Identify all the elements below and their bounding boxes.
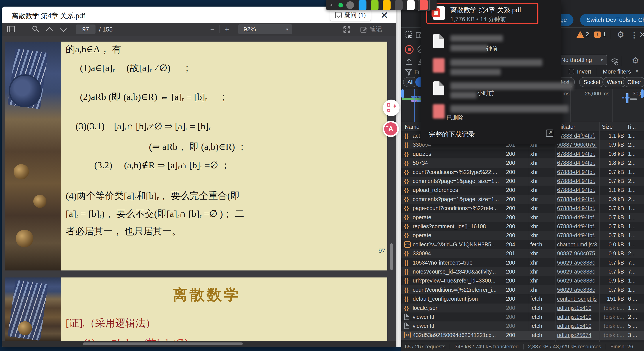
table-row[interactable]: {}operate200xhr67888-d4f94fbf.0.7 kB1...: [401, 213, 644, 222]
throttling-select[interactable]: No throttling ▼: [557, 55, 607, 65]
request-initiator-link[interactable]: 67888-d4f94fbf.: [557, 223, 598, 230]
request-initiator-link[interactable]: pdf.mjs:25674: [557, 332, 598, 338]
table-row[interactable]: {}page-count?conditions={%22refe...200xh…: [401, 204, 644, 213]
request-initiator-link[interactable]: 67888-d4f94fbf.: [557, 151, 598, 157]
invert-checkbox[interactable]: [569, 69, 574, 74]
request-initiator-link[interactable]: 67888-d4f94fbf.: [557, 205, 598, 211]
fullscreen-icon[interactable]: [342, 25, 351, 34]
request-name[interactable]: page-count?conditions={%22refe...: [413, 205, 501, 211]
request-name[interactable]: 50734: [413, 160, 501, 166]
devtools-close-icon[interactable]: ✕: [639, 30, 644, 39]
record-network-log-icon[interactable]: [405, 45, 414, 54]
zoom-in-button[interactable]: +: [225, 25, 229, 33]
table-row[interactable]: {}notes?course_id=28490&activity...200xh…: [401, 267, 644, 276]
request-name[interactable]: collect?v=2&tid=G-VJQNNH3B5...: [413, 241, 501, 248]
request-name[interactable]: viewer.ftl: [413, 314, 501, 320]
request-name[interactable]: comments?page=1&page_size=1...: [413, 196, 501, 202]
request-name[interactable]: url?preview=true&refer_id=3300...: [413, 278, 501, 284]
table-row[interactable]: {}url?preview=true&refer_id=3300...200xh…: [401, 276, 644, 285]
table-row[interactable]: viewer.ftl200fetchpdf.mjs:15410(disk c..…: [401, 322, 644, 331]
zoom-out-button[interactable]: −: [210, 25, 215, 33]
request-name[interactable]: operate: [413, 232, 501, 239]
table-row[interactable]: {}replies?comment_ids[]=16108200xhr67888…: [401, 222, 644, 231]
column-header-time[interactable]: Ti...: [627, 124, 636, 130]
color-swatch[interactable]: [371, 0, 378, 10]
overview-left-handle[interactable]: [401, 89, 404, 98]
network-conditions-icon[interactable]: [610, 56, 620, 66]
table-row[interactable]: {}upload_references200xhr67888-d4f94fbf.…: [401, 186, 644, 195]
sidebar-toggle-icon[interactable]: [7, 26, 15, 32]
download-list-item[interactable]: [420, 103, 561, 127]
more-options-icon[interactable]: ⋮: [630, 31, 638, 39]
request-initiator-link[interactable]: 56029-a5e838c: [557, 287, 598, 293]
scrollbar-thumb[interactable]: [83, 343, 243, 345]
request-name[interactable]: notes?course_id=28490&activity...: [413, 269, 501, 275]
download-list-item[interactable]: [420, 57, 561, 81]
switch-language-button[interactable]: Switch DevTools to Chi: [580, 14, 644, 26]
issues-icon[interactable]: [594, 31, 601, 38]
request-name[interactable]: 432d53a92150094d62041221cc...: [413, 332, 501, 338]
search-icon[interactable]: [32, 26, 37, 31]
pdf-vertical-scrollbar[interactable]: [390, 243, 393, 270]
request-initiator-link[interactable]: 67888-d4f94fbf.: [557, 196, 598, 202]
active-color-dot[interactable]: [338, 3, 343, 7]
request-initiator-link[interactable]: chatbot.umd.js:3: [557, 241, 598, 248]
external-link-icon[interactable]: [546, 130, 553, 137]
table-row[interactable]: <>432d53a92150094d62041221cc...200fetchp…: [401, 331, 644, 340]
request-initiator-link[interactable]: 67888-d4f94fbf.: [557, 214, 598, 221]
request-initiator-link[interactable]: 56029-a5e838c: [557, 260, 598, 266]
page-number-input[interactable]: 97: [76, 24, 96, 34]
request-name[interactable]: count?conditions={%22referrer_i...: [413, 287, 501, 293]
request-initiator-link[interactable]: 67888-d4f94fbf.: [557, 178, 598, 184]
request-name[interactable]: default_config.content.json: [413, 296, 501, 302]
notes-button[interactable]: 笔记: [360, 25, 382, 34]
table-row[interactable]: {}comments?page=1&page_size=1...200xhr67…: [401, 177, 644, 186]
settings-gear-icon[interactable]: ⚙: [617, 30, 624, 39]
request-name[interactable]: 330094: [413, 250, 501, 257]
request-initiator-link[interactable]: 56029-a5e838c: [557, 269, 598, 275]
table-row[interactable]: {}50734200xhr67888-d4f94fbf.1.8 kB2...: [401, 158, 644, 167]
zoom-level-select[interactable]: 92% ▾: [238, 24, 292, 34]
filter-chip-socket[interactable]: Socket: [579, 77, 604, 87]
color-swatch[interactable]: [358, 0, 366, 10]
table-row[interactable]: {}locale.json200fetchpdf.mjs:15410(disk …: [401, 304, 644, 313]
tool-circle[interactable]: [346, 1, 354, 9]
request-name[interactable]: count?conditions={%22type%22:...: [413, 169, 501, 175]
table-row[interactable]: {}default_config.content.json200fetchcon…: [401, 294, 644, 303]
filter-chip-other[interactable]: Other: [623, 77, 644, 87]
overview-right-handle[interactable]: [641, 89, 644, 98]
quick-actions-floating-button[interactable]: ✦: [383, 100, 400, 116]
column-header-size[interactable]: Size: [602, 124, 613, 130]
color-swatch[interactable]: [395, 0, 402, 10]
request-name[interactable]: operate: [413, 214, 501, 221]
request-initiator-link[interactable]: 90887-960c075.: [557, 142, 598, 148]
more-filters-button[interactable]: More filters: [603, 68, 631, 75]
close-icon[interactable]: ✕: [380, 10, 388, 21]
table-row[interactable]: {}330094201xhr90887-960c075.0.9 kB2...: [401, 249, 644, 258]
full-download-history-link[interactable]: 完整的下载记录: [429, 130, 475, 139]
request-initiator-link[interactable]: 67888-d4f94fbf.: [557, 232, 598, 239]
table-row[interactable]: <>collect?v=2&tid=G-VJQNNH3B5...204fetch…: [401, 240, 644, 249]
table-row[interactable]: {}count?conditions={%22type%22:...200xhr…: [401, 168, 644, 177]
table-row[interactable]: {}operate200xhr67888-d4f94fbf.0.7 kB1...: [401, 231, 644, 240]
import-har-icon[interactable]: [405, 57, 413, 66]
request-initiator-link[interactable]: 67888-d4f94fbf.: [557, 169, 598, 175]
request-initiator-link[interactable]: pdf.mjs:15410: [557, 323, 598, 329]
request-name[interactable]: comments?page=1&page_size=1...: [413, 178, 501, 184]
question-button[interactable]: 疑问 (1): [330, 9, 371, 21]
request-initiator-link[interactable]: content_script.js: [557, 296, 598, 302]
pdf-content-area[interactable]: 的a,b∈A， 有(1)a∈[a]ᵣ (故[a]ᵣ ≠∅) ；(2)aRb (即…: [2, 35, 396, 341]
request-initiator-link[interactable]: 67888-d4f94fbf.: [557, 187, 598, 193]
request-name[interactable]: upload_references: [413, 187, 501, 193]
table-row[interactable]: {}comments?page=1&page_size=1...200xhr67…: [401, 195, 644, 204]
warning-icon[interactable]: !: [576, 31, 584, 38]
color-swatch[interactable]: [407, 0, 415, 10]
table-row[interactable]: {}count?conditions={%22referrer_i...200x…: [401, 285, 644, 294]
request-name[interactable]: viewer.ftl: [413, 323, 501, 329]
request-name[interactable]: locale.json: [413, 305, 501, 311]
request-initiator-link[interactable]: 90887-960c075.: [557, 250, 598, 257]
request-initiator-link[interactable]: pdf.mjs:15410: [557, 314, 598, 320]
request-name[interactable]: 10534?no-intercept=true: [413, 260, 501, 266]
color-swatch[interactable]: [383, 0, 390, 10]
request-initiator-link[interactable]: 67888-d4f94fbf.: [557, 160, 598, 166]
